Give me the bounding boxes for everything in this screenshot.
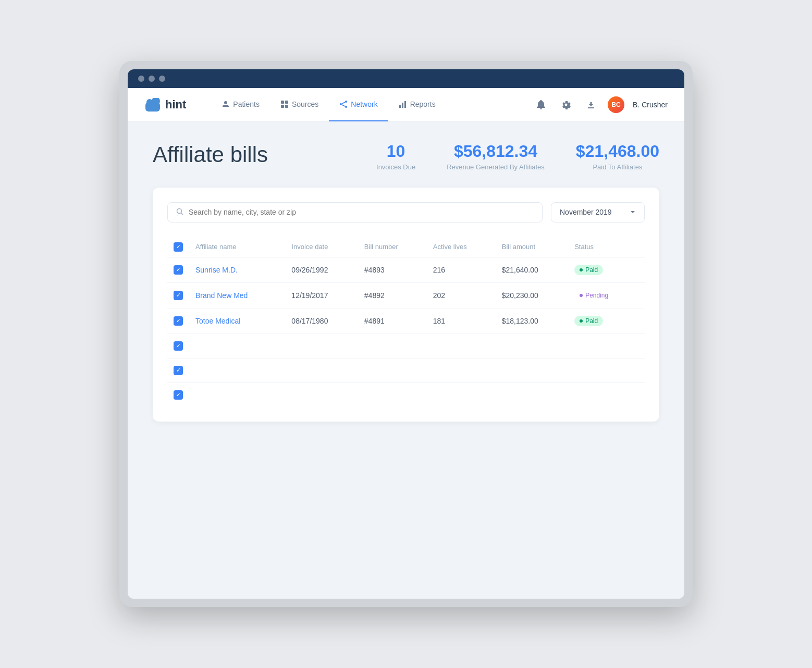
cell-bill-number: #4892: [358, 282, 427, 308]
col-header-affiliate-name: Affiliate name: [189, 237, 285, 257]
svg-line-10: [342, 102, 345, 104]
svg-point-9: [345, 106, 347, 108]
table-row: [167, 382, 645, 407]
logo-text: hint: [165, 98, 186, 112]
logo[interactable]: hint: [144, 98, 186, 112]
user-avatar[interactable]: BC: [608, 96, 624, 113]
cell-status: Paid: [568, 308, 645, 333]
notification-bell-button[interactable]: [533, 96, 549, 113]
svg-rect-14: [404, 101, 406, 108]
cell-invoice-date: [285, 358, 358, 382]
cell-bill-number: [358, 382, 427, 407]
svg-rect-12: [399, 105, 401, 108]
cell-active-lives: 216: [427, 257, 496, 282]
browser-window: hint Patients Sources Network Reports: [119, 61, 693, 607]
chevron-down-icon: [630, 209, 636, 215]
svg-point-1: [146, 99, 153, 105]
share-icon: [339, 100, 348, 108]
svg-line-11: [342, 105, 345, 106]
col-header-bill-amount: Bill amount: [496, 237, 568, 257]
browser-dot-3: [159, 76, 165, 82]
cell-bill-number: [358, 358, 427, 382]
table-row: [167, 333, 645, 358]
table-row: [167, 358, 645, 382]
stat-revenue-value: $56,812.34: [447, 142, 545, 160]
cell-invoice-date: 09/26/1992: [285, 257, 358, 282]
cell-status: [568, 358, 645, 382]
nav-item-reports[interactable]: Reports: [388, 88, 446, 121]
user-name: B. Crusher: [633, 101, 668, 109]
svg-point-7: [345, 101, 347, 103]
search-box[interactable]: [167, 202, 543, 222]
stat-paid-to-affiliates: $21,468.00 Paid To Affiliates: [576, 142, 659, 170]
table-row: Sunrise M.D.09/26/1992#4893216$21,640.00…: [167, 257, 645, 282]
page-title: Affiliate bills: [153, 142, 268, 167]
stat-invoices-label: Invoices Due: [376, 163, 415, 171]
export-button[interactable]: [583, 96, 599, 113]
table-toolbar: November 2019: [167, 202, 645, 222]
cell-bill-number: [358, 333, 427, 358]
bar-chart-icon: [399, 100, 407, 108]
stat-paid-value: $21,468.00: [576, 142, 659, 160]
nav-item-network[interactable]: Network: [329, 88, 388, 121]
row-checkbox[interactable]: [174, 265, 183, 275]
row-checkbox[interactable]: [174, 390, 183, 400]
affiliate-name-link[interactable]: Sunrise M.D.: [195, 266, 238, 274]
svg-point-8: [340, 103, 342, 105]
affiliate-name-link[interactable]: Totoe Medical: [195, 317, 240, 325]
row-checkbox[interactable]: [174, 341, 183, 351]
svg-rect-5: [281, 105, 284, 108]
cell-status: Pending: [568, 282, 645, 308]
svg-rect-3: [281, 101, 284, 104]
stat-paid-label: Paid To Affiliates: [576, 163, 659, 171]
cell-status: [568, 333, 645, 358]
page-header: Affiliate bills 10 Invoices Due $56,812.…: [153, 142, 659, 170]
row-checkbox[interactable]: [174, 291, 183, 300]
row-checkbox[interactable]: [174, 366, 183, 375]
cell-active-lives: [427, 358, 496, 382]
cell-invoice-date: [285, 333, 358, 358]
cell-bill-amount: $18,123.00: [496, 308, 568, 333]
bell-icon: [536, 100, 546, 109]
date-filter-select[interactable]: November 2019: [551, 202, 645, 222]
top-nav: hint Patients Sources Network Reports: [128, 88, 684, 121]
browser-content: hint Patients Sources Network Reports: [128, 88, 684, 598]
cell-bill-amount: [496, 358, 568, 382]
grid-icon: [280, 100, 289, 108]
nav-item-sources[interactable]: Sources: [270, 88, 329, 121]
overflow-area: Loving Hands $3,471.00 Paid: [153, 422, 659, 578]
row-checkbox[interactable]: [174, 316, 183, 326]
affiliate-table: Affiliate name Invoice date Bill number …: [167, 237, 645, 407]
affiliate-name-link[interactable]: Brand New Med: [195, 291, 248, 300]
svg-rect-6: [285, 105, 288, 108]
stats-row: 10 Invoices Due $56,812.34 Revenue Gener…: [376, 142, 659, 170]
browser-dot-1: [138, 76, 144, 82]
cell-active-lives: 202: [427, 282, 496, 308]
svg-line-16: [181, 213, 183, 215]
cell-active-lives: [427, 333, 496, 358]
svg-rect-13: [402, 103, 403, 108]
nav-items: Patients Sources Network Reports: [211, 88, 533, 121]
nav-right: BC B. Crusher: [533, 96, 668, 113]
cell-status: Paid: [568, 257, 645, 282]
status-dot: [580, 268, 583, 271]
stat-revenue-label: Revenue Generated By Affiliates: [447, 163, 545, 171]
export-icon: [586, 100, 596, 109]
col-header-bill-number: Bill number: [358, 237, 427, 257]
browser-dot-2: [149, 76, 155, 82]
select-all-checkbox[interactable]: [174, 242, 183, 252]
table-card: November 2019 Affiliate name Invoice dat…: [153, 188, 659, 422]
cell-active-lives: [427, 382, 496, 407]
svg-rect-4: [285, 101, 288, 104]
cell-bill-number: #4893: [358, 257, 427, 282]
settings-button[interactable]: [558, 96, 574, 113]
cell-bill-number: #4891: [358, 308, 427, 333]
cell-status: [568, 382, 645, 407]
nav-item-patients[interactable]: Patients: [211, 88, 270, 121]
cell-bill-amount: [496, 333, 568, 358]
logo-icon: [144, 98, 161, 112]
browser-chrome: [128, 69, 684, 88]
cell-bill-amount: [496, 382, 568, 407]
search-input[interactable]: [189, 208, 534, 216]
col-header-active-lives: Active lives: [427, 237, 496, 257]
